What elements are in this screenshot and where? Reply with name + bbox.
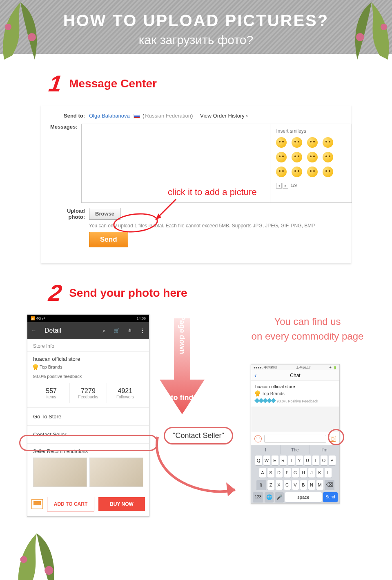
buy-now-button[interactable]: BUY NOW [98, 497, 145, 511]
find-us-line1: You can find us [247, 314, 368, 329]
kbd-globe-icon[interactable]: 🌐 [265, 492, 274, 502]
smiley-icon[interactable] [292, 137, 302, 148]
feedback-label: 98.0% Positive Feedback [277, 399, 318, 403]
kbd-key[interactable]: L [325, 468, 332, 478]
kbd-key[interactable]: I [312, 456, 319, 465]
smiley-icon[interactable] [323, 152, 333, 162]
smiley-icon[interactable] [276, 167, 287, 177]
kbd-key[interactable]: Y [296, 456, 303, 465]
goto-store-link[interactable]: Go To Store [27, 408, 149, 426]
kbd-key[interactable]: Z [267, 480, 274, 490]
back-icon[interactable]: ‹ [254, 372, 256, 379]
kbd-key[interactable]: F [284, 468, 291, 478]
step1-header: 1 Message Center [49, 70, 392, 97]
kbd-key[interactable]: K [316, 468, 323, 478]
emoji-icon[interactable] [254, 435, 262, 442]
stat-label: Feedbacks [70, 395, 106, 399]
kbd-key[interactable]: J [308, 468, 315, 478]
pager-next[interactable]: ▸ [283, 183, 288, 189]
chat-area [251, 407, 339, 432]
kbd-suggestion[interactable]: I [251, 445, 281, 454]
kbd-key[interactable]: N [308, 480, 315, 490]
kbd-key[interactable]: A [259, 468, 266, 478]
camera-highlight [328, 429, 344, 445]
kbd-suggestion[interactable]: The [281, 445, 310, 454]
status-icons: ✈ 🔋 [329, 366, 337, 369]
cart-icon[interactable]: 🛒 [114, 328, 120, 333]
smiley-icon[interactable] [307, 137, 318, 148]
smiley-icon[interactable] [276, 152, 287, 162]
kbd-space[interactable]: space [285, 492, 322, 502]
kbd-key[interactable]: W [263, 456, 270, 465]
leaf-decoration-right [347, 0, 392, 60]
browse-button[interactable]: Browse [89, 208, 120, 220]
kbd-key[interactable]: G [292, 468, 299, 478]
pager-text: 1/9 [291, 183, 297, 188]
stat-label: items [33, 395, 69, 399]
kbd-key[interactable]: M [316, 480, 323, 490]
kbd-key[interactable]: P [329, 456, 336, 465]
time-label: 14:06 [136, 316, 146, 320]
rec-thumb[interactable] [89, 458, 143, 487]
kbd-key[interactable]: V [292, 480, 299, 490]
kbd-mic-icon[interactable]: 🎤 [275, 492, 284, 502]
kbd-key[interactable]: X [276, 480, 283, 490]
curve-arrow-icon [154, 433, 243, 506]
kbd-key[interactable]: E [272, 456, 278, 465]
chat-input[interactable] [264, 435, 326, 443]
kbd-key[interactable]: U [304, 456, 311, 465]
store-info-section: huacan official store Top Brands 98.0% p… [27, 352, 149, 408]
ribbon-icon [33, 364, 38, 370]
kbd-key[interactable]: B [300, 480, 307, 490]
kbd-key[interactable]: D [276, 468, 283, 478]
stat-value: 4921 [107, 387, 143, 395]
search-icon[interactable]: ⌕ [102, 328, 105, 333]
smiley-icon[interactable] [307, 167, 318, 177]
rec-thumb[interactable] [33, 458, 87, 487]
smiley-icon[interactable] [323, 137, 333, 148]
shop-icon[interactable] [31, 499, 43, 509]
kbd-key[interactable]: R [280, 456, 287, 465]
share-icon[interactable]: ⋔ [128, 328, 132, 333]
kbd-numeric[interactable]: 123 [253, 492, 263, 502]
flag-icon [134, 114, 140, 118]
feedback-text: 98.0% positive feedback [33, 374, 143, 379]
step2-header: 2 Send your photo here [49, 280, 392, 306]
kbd-key[interactable]: O [321, 456, 327, 465]
top-brands-badge: Top Brands [33, 364, 62, 370]
phone-b-statusbar: ●●●●○ 中国移动 上午10:17 ✈ 🔋 [251, 364, 339, 370]
find-us-line2: on every commodity page [247, 329, 368, 344]
kbd-shift[interactable]: ⇧ [256, 480, 266, 490]
kbd-key[interactable]: S [267, 468, 274, 478]
pager-prev[interactable]: ◂ [276, 183, 282, 189]
add-to-cart-button[interactable]: ADD TO CART [47, 497, 94, 511]
smiley-icon[interactable] [292, 152, 302, 162]
svg-text:to find: to find [171, 393, 194, 402]
kbd-delete[interactable]: ⌫ [325, 480, 334, 490]
more-icon[interactable]: ⋮ [140, 328, 145, 333]
top-brands-label: Top Brands [262, 391, 285, 396]
smiley-pager: ◂▸ 1/9 [276, 183, 346, 189]
kbd-suggestion[interactable]: I'm [310, 445, 339, 454]
appbar-title: Detail [45, 327, 94, 334]
smiley-icon[interactable] [307, 152, 318, 162]
smiley-icon[interactable] [323, 167, 333, 177]
kbd-send[interactable]: Send [323, 492, 338, 502]
kbd-key[interactable]: C [284, 480, 291, 490]
middle-annotations: Page down to find "Contact Seller" [158, 314, 239, 517]
page-down-arrow-icon: Page down to find [158, 318, 207, 416]
kbd-key[interactable]: Q [255, 456, 262, 465]
leaf-decoration-left [0, 0, 45, 60]
smiley-icon[interactable] [276, 137, 287, 148]
kbd-key[interactable]: T [288, 456, 295, 465]
smiley-icon[interactable] [292, 167, 302, 177]
send-button[interactable]: Send [89, 232, 128, 247]
kbd-key[interactable]: H [300, 468, 307, 478]
view-order-history-link[interactable]: View Order History [200, 113, 248, 119]
back-icon[interactable]: ← [31, 328, 36, 333]
hero-banner: HOW TO UPLOAD PICTURES? как загрузить фо… [0, 0, 392, 54]
find-us-text: You can find us on every commodity page [247, 314, 368, 344]
contact-seller-highlight [19, 435, 158, 451]
messages-label: Messages: [50, 124, 81, 203]
recipient-link[interactable]: Olga Balabanova [89, 113, 130, 119]
